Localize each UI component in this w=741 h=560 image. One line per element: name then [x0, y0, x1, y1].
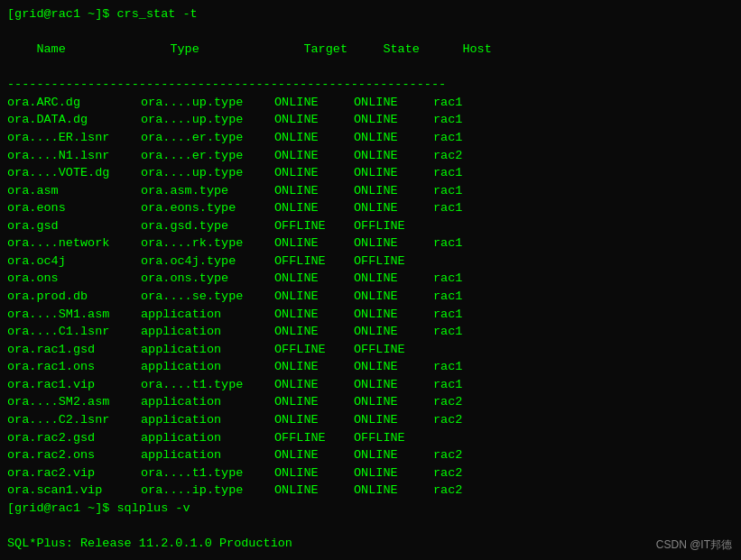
- cell-target: ONLINE: [274, 182, 354, 200]
- cell-state: OFFLINE: [354, 341, 433, 359]
- cell-state: ONLINE: [354, 482, 433, 500]
- cell-type: application: [141, 429, 274, 447]
- cell-state: ONLINE: [354, 376, 433, 394]
- cell-host: rac2: [433, 482, 462, 500]
- blank-line: [7, 517, 734, 535]
- cell-host: rac1: [433, 358, 462, 376]
- cell-type: application: [141, 411, 274, 429]
- cell-name: ora.ons: [7, 270, 141, 288]
- cell-state: ONLINE: [354, 129, 433, 147]
- cell-state: ONLINE: [354, 446, 433, 464]
- cell-state: ONLINE: [354, 411, 433, 429]
- cell-state: OFFLINE: [354, 429, 433, 447]
- cell-host: rac2: [433, 464, 462, 482]
- watermark: CSDN @IT邦德: [656, 537, 732, 553]
- cell-name: ora.ARC.dg: [7, 94, 141, 112]
- cell-state: ONLINE: [354, 323, 433, 341]
- cell-type: ora....up.type: [141, 164, 274, 182]
- cell-target: ONLINE: [274, 482, 354, 500]
- cell-type: ora....er.type: [141, 147, 274, 165]
- cell-type: ora.asm.type: [141, 182, 274, 200]
- table-row: ora.gsdora.gsd.typeOFFLINEOFFLINE: [7, 217, 734, 235]
- command-line-2: [grid@rac1 ~]$ sqlplus -v: [7, 500, 734, 518]
- cell-type: ora.eons.type: [141, 199, 274, 217]
- cell-name: ora....C2.lsnr: [7, 411, 141, 429]
- cell-target: OFFLINE: [274, 429, 354, 447]
- cell-host: rac1: [433, 306, 462, 324]
- cell-state: ONLINE: [354, 147, 433, 165]
- cell-target: ONLINE: [274, 234, 354, 252]
- table-row: ora....C2.lsnrapplicationONLINEONLINErac…: [7, 411, 734, 429]
- cell-state: ONLINE: [354, 306, 433, 324]
- cell-type: ora....up.type: [141, 111, 274, 129]
- cell-host: rac1: [433, 199, 462, 217]
- sqlplus-line: SQL*Plus: Release 11.2.0.1.0 Production: [7, 535, 734, 553]
- cell-state: ONLINE: [354, 270, 433, 288]
- cell-host: rac1: [433, 94, 462, 112]
- cell-state: ONLINE: [354, 358, 433, 376]
- cell-host: rac2: [433, 147, 462, 165]
- cell-name: ora.oc4j: [7, 252, 141, 271]
- table-row: ora.eonsora.eons.typeONLINEONLINErac1: [7, 199, 734, 217]
- cell-type: ora.oc4j.type: [141, 252, 274, 271]
- cell-target: ONLINE: [274, 358, 354, 376]
- cell-name: ora.gsd: [7, 217, 141, 235]
- table-row: ora....C1.lsnrapplicationONLINEONLINErac…: [7, 323, 734, 341]
- cell-host: rac2: [433, 411, 462, 429]
- cell-type: ora....t1.type: [141, 376, 274, 394]
- cell-type: ora....t1.type: [141, 464, 274, 482]
- cell-type: ora....ip.type: [141, 482, 274, 500]
- cell-name: ora.eons: [7, 199, 141, 217]
- header-target: Target: [303, 41, 383, 59]
- cell-name: ora.rac1.vip: [7, 376, 141, 394]
- cell-host: rac1: [433, 323, 462, 341]
- cell-state: ONLINE: [354, 182, 433, 200]
- cell-type: application: [141, 306, 274, 324]
- table-header: NameTypeTargetStateHost: [7, 23, 734, 77]
- table-row: ora.scan1.vipora....ip.typeONLINEONLINEr…: [7, 482, 734, 500]
- cell-type: application: [141, 341, 274, 359]
- cell-type: ora....er.type: [141, 129, 274, 147]
- cell-state: ONLINE: [354, 288, 433, 306]
- table-row: ora....VOTE.dgora....up.typeONLINEONLINE…: [7, 164, 734, 182]
- cell-host: rac1: [433, 111, 462, 129]
- table-row: ora.asmora.asm.typeONLINEONLINErac1: [7, 182, 734, 200]
- table-row: ora.rac1.vipora....t1.typeONLINEONLINEra…: [7, 376, 734, 394]
- cell-host: rac1: [433, 234, 462, 252]
- cell-type: application: [141, 323, 274, 341]
- table-row: ora....SM1.asmapplicationONLINEONLINErac…: [7, 306, 734, 324]
- cell-target: ONLINE: [274, 164, 354, 182]
- table-body: ora.ARC.dgora....up.typeONLINEONLINErac1…: [7, 94, 734, 500]
- cell-target: ONLINE: [274, 393, 354, 411]
- cell-name: ora.rac2.ons: [7, 446, 141, 464]
- cell-host: rac1: [433, 182, 462, 200]
- cell-name: ora....VOTE.dg: [7, 164, 141, 182]
- cell-state: OFFLINE: [354, 217, 433, 235]
- cell-target: ONLINE: [274, 270, 354, 288]
- cell-name: ora....network: [7, 234, 141, 252]
- cell-target: ONLINE: [274, 129, 354, 147]
- cell-target: ONLINE: [274, 288, 354, 306]
- table-row: ora....networkora....rk.typeONLINEONLINE…: [7, 234, 734, 252]
- terminal: [grid@rac1 ~]$ crs_stat -t NameTypeTarge…: [0, 0, 741, 560]
- table-row: ora....SM2.asmapplicationONLINEONLINErac…: [7, 393, 734, 411]
- cell-state: ONLINE: [354, 111, 433, 129]
- cell-state: ONLINE: [354, 393, 433, 411]
- cell-name: ora....ER.lsnr: [7, 129, 141, 147]
- cell-name: ora....SM1.asm: [7, 306, 141, 324]
- table-row: ora....N1.lsnrora....er.typeONLINEONLINE…: [7, 147, 734, 165]
- cell-type: ora....se.type: [141, 288, 274, 306]
- cell-target: ONLINE: [274, 306, 354, 324]
- cell-type: application: [141, 446, 274, 464]
- header-host: Host: [462, 41, 491, 59]
- command-line-1: [grid@rac1 ~]$ crs_stat -t: [7, 5, 734, 23]
- cell-host: rac1: [433, 376, 462, 394]
- cell-type: ora.ons.type: [141, 270, 274, 288]
- cell-target: ONLINE: [274, 199, 354, 217]
- cell-target: ONLINE: [274, 464, 354, 482]
- cell-target: ONLINE: [274, 111, 354, 129]
- cell-host: rac2: [433, 446, 462, 464]
- header-name: Name: [36, 41, 170, 59]
- cell-target: ONLINE: [274, 323, 354, 341]
- cell-target: OFFLINE: [274, 252, 354, 271]
